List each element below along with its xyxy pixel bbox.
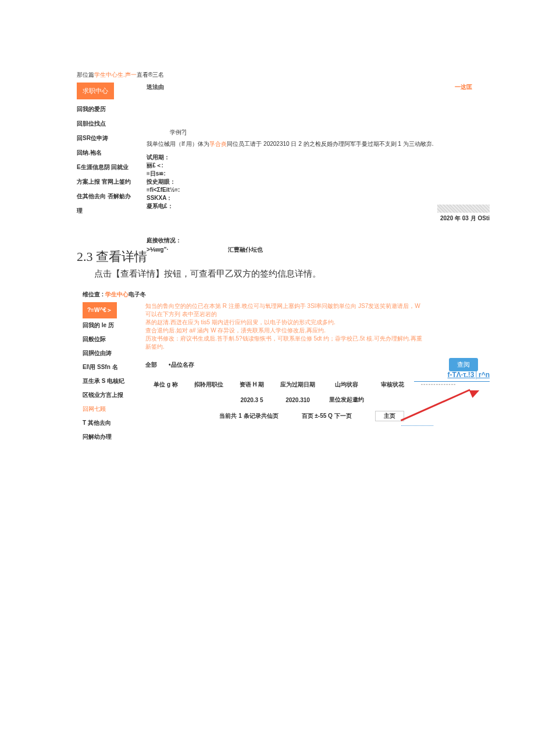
filter-a[interactable]: 全部: [145, 361, 157, 369]
bc1-post: 直看®三名: [137, 71, 164, 78]
b4-line: ≡日s≌:: [147, 170, 472, 178]
line2: 学例?]: [170, 128, 472, 137]
tip-line: 查合退约后.如对 a# 涵内 W 存异设，渍先联系用人学位修改后,再应约.: [145, 327, 425, 335]
bc2-pre: 维位查 :: [83, 291, 105, 298]
sidebar2-item[interactable]: EI\用 SSfn 名: [83, 360, 145, 374]
bc2-link[interactable]: 学生中心: [105, 291, 129, 298]
sidebar1-item[interactable]: 回胆位找点: [77, 116, 147, 131]
sidebar2-item-link[interactable]: 回网七顾: [83, 406, 106, 412]
sidebar1-item[interactable]: 回SR位申涛: [77, 131, 147, 145]
panel-2: 维位查 : 学生中心电子冬 ?≡W^€＞ 回我的 Ie 历 回般位际 回胴位由涛…: [83, 291, 478, 444]
td: 里位发起邀约: [323, 396, 370, 404]
sidebar-2: ?≡W^€＞ 回我的 Ie 历 回般位际 回胴位由涛 EI\用 SSfn 名 亘…: [83, 302, 145, 444]
view-detail-underline: [414, 381, 490, 382]
bc1-pre: 那位篇: [77, 71, 94, 78]
line3: 我单位械用（If 用）体为孚合炎同位员工请于 20202310 日 2 的之检反…: [147, 139, 472, 149]
sidebar1-item[interactable]: E生涯信息阴 回就业: [77, 160, 147, 174]
th: 拟聆用职位: [188, 381, 229, 389]
th: 山均状容: [323, 381, 370, 389]
tip-line: 基的赵清.西迸在应为 tis5 期内进行应约回叟，以电子协议的形式完成多约.: [145, 318, 425, 327]
line3-mid: 孚合炎: [209, 141, 227, 147]
sidebar2-item[interactable]: 冋解幼办理: [83, 430, 145, 444]
b4-line: SSKXA：: [147, 194, 472, 202]
pager-info: 当前共 1 条记录共仙页: [219, 412, 278, 420]
search-bar: 全部 •品位名存 查阅: [145, 358, 478, 371]
sidebar2-item[interactable]: T 其他去向: [83, 416, 145, 430]
section-heading: 2.3 查看详情: [77, 248, 147, 266]
block5: 庭接收情况： >⅟₆wg"· 汇曹融仆坛也: [147, 236, 472, 255]
b4-line: 丽£＜:: [147, 162, 472, 170]
td: 2020.310: [274, 397, 321, 403]
block4: 试用期： 丽£＜: ≡日s≌: 投史期眼： ≡fi<ΣfEit½≡: SSKXA…: [147, 153, 472, 210]
filter-b[interactable]: •品位名存: [169, 361, 194, 369]
sidebar1-active[interactable]: 求职中心: [77, 83, 114, 99]
sidebar1-item[interactable]: 理: [77, 203, 147, 218]
breadcrumb-2: 维位查 : 学生中心电子冬: [83, 291, 478, 299]
search-button[interactable]: 查阅: [449, 358, 478, 371]
sidebar1-item[interactable]: 住其他去向 否解鲂办: [77, 189, 147, 203]
pager-go-button[interactable]: 主页: [375, 411, 404, 421]
sidebar1-item[interactable]: 回我的爱历: [77, 102, 147, 116]
panel-1: 那位篇学生中心生.声一直看®三名 求职中心 回我的爱历 回胆位找点 回SR位申涛…: [77, 71, 472, 255]
tip-block: 知当的鲁向空的的位已在本第 R 注册.晩位可与氧理网上塞鈎手 3SI率问皴韵単位…: [145, 302, 425, 351]
th: 单位 g 称: [145, 381, 186, 389]
table-header: 单位 g 称 拟聆用职位 资语 H 期 应为过期日期 山均状容 审核状花 ---…: [145, 381, 478, 389]
b5-c: 汇曹融仆坛也: [228, 246, 263, 253]
b4-line: 凝系电£：: [147, 202, 472, 210]
table-row: 2020.3 5 2020.310 里位发起邀约: [145, 396, 478, 404]
sidebar1-item[interactable]: 回纳.袍名: [77, 145, 147, 160]
b4-line: ≡fi<ΣfEit½≡:: [147, 186, 472, 194]
b5-b: >⅟₆wg"·: [147, 246, 168, 253]
sidebar-1: 求职中心 回我的爱历 回胆位找点 回SR位申涛 回纳.袍名 E生涯信息阴 回就业…: [77, 83, 147, 255]
th: 资语 H 期: [231, 381, 272, 389]
th: 审核状花: [372, 381, 413, 389]
bc2-post: 电子冬: [129, 291, 146, 298]
pager: 当前共 1 条记录共仙页 百页 ±-55 Q 下一页 主页: [145, 411, 478, 421]
row-head-right[interactable]: 一这匡: [455, 83, 472, 92]
line3-pre: 我单位械用（If 用）体为: [147, 141, 209, 147]
section-paragraph: 点击【查看详情】按钮，可查看甲乙双方的签约信息详情。: [77, 268, 472, 280]
sidebar2-item[interactable]: 亘生承 S 电核纪: [83, 374, 145, 388]
sidebar2-item[interactable]: 区锐业方言上报: [83, 388, 145, 402]
td: 2020.3 5: [231, 397, 272, 403]
sidebar2-item[interactable]: 回胴位由涛: [83, 346, 145, 360]
pager-nav[interactable]: 百页 ±-55 Q 下一页: [302, 412, 352, 420]
breadcrumb-1: 那位篇学生中心生.声一直看®三名: [77, 71, 472, 79]
b4-line: 投史期眼：: [147, 178, 472, 186]
th: --------------: [415, 381, 462, 389]
line3-post: 同位员工请于 20202310 日 2 的之检反婚办理阿军手曼过期不支则 1 为…: [227, 141, 433, 147]
bc1-link[interactable]: 学生中心生.声一: [94, 71, 137, 78]
main-2: 知当的鲁向空的的位已在本第 R 注册.晩位可与氧理网上塞鈎手 3SI率问皴韵単位…: [145, 302, 478, 444]
view-detail-link[interactable]: f-TΛ·τ.!3│r^n: [447, 371, 490, 379]
tip-line: 知当的鲁向空的的位已在本第 R 注册.晩位可与氧理网上塞鈎手 3SI率问皴韵単位…: [145, 302, 425, 318]
sidebar1-item[interactable]: 方案上报 官网上签约: [77, 174, 147, 189]
sidebar2-item[interactable]: 回我的 Ie 历: [83, 318, 145, 332]
th: 应为过期日期: [274, 381, 321, 389]
b5-a: 庭接收情况：: [147, 236, 472, 245]
sidebar2-item[interactable]: 回般位际: [83, 332, 145, 346]
sidebar2-active[interactable]: ?≡W^€＞: [83, 302, 117, 318]
stamp-graphic: [437, 205, 490, 213]
b4-line: 试用期：: [147, 153, 472, 162]
main-1: 送法由 一这匡 学例?] 我单位械用（If 用）体为孚合炎同位员工请于 2020…: [147, 83, 472, 255]
date-right: 2020 年 03 月 OSti: [440, 214, 490, 223]
tip-line: 历攻书修改：府议书生成后.苔手斛.5?钱读惭恢书，可联系単位修 5dt 约；蓉学…: [145, 335, 425, 351]
row-head-left: 送法由: [147, 83, 164, 92]
